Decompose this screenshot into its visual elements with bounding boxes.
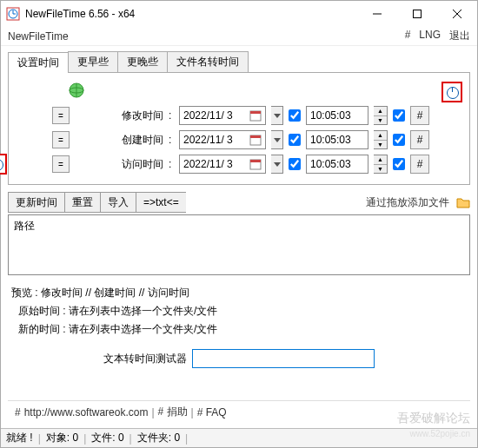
date-dropdown-icon[interactable] [271,155,283,174]
statusbar: 就绪 ! | 对象: 0 | 文件: 0 | 文件夹: 0 | [1,428,477,447]
reset-button[interactable]: 重置 [64,192,100,213]
tester-row: 文本转时间测试器 [8,349,470,368]
drag-hint: 通过拖放添加文件 [362,195,453,210]
date-dropdown-icon[interactable] [271,130,283,149]
tester-label: 文本转时间测试器 [103,352,187,366]
txt-button[interactable]: =>txt<= [136,192,186,213]
svg-rect-12 [250,111,261,114]
created-label: 创建时间 [111,133,163,148]
hash-button[interactable]: # [410,106,429,125]
maximize-button[interactable] [397,1,437,27]
clock-icon[interactable] [0,154,7,175]
app-icon [6,7,20,21]
modified-label: 修改时间 [111,109,163,123]
accessed-time-enable-checkbox[interactable] [393,158,405,170]
website-link[interactable]: http://www.softwareok.com [24,406,149,418]
app-window: NewFileTime 6.56 - x64 NewFileTime # LNG… [0,0,478,448]
row-created: = 创建时间 : 2022/11/ 3 10:05:03 ▲▼ # [16,130,462,149]
status-files: 文件: 0 [91,431,123,445]
titlebar[interactable]: NewFileTime 6.56 - x64 [1,1,477,27]
svg-marker-13 [274,114,281,118]
accessed-date-enable-checkbox[interactable] [289,158,301,170]
created-date-picker[interactable]: 2022/11/ 3 [179,130,266,149]
modified-date-enable-checkbox[interactable] [289,109,301,122]
faq-link[interactable]: # FAQ [197,406,227,418]
status-ready: 就绪 ! [6,431,33,445]
hash-button[interactable]: # [410,155,429,174]
svg-rect-5 [414,10,422,18]
svg-marker-19 [274,162,281,167]
preview-line: 预览 : 修改时间 // 创建时间 // 访问时间 [8,284,470,302]
tester-input[interactable] [192,349,375,368]
client-area: 设置时间 更早些 更晚些 文件名转时间 = 修改时间 : 2022/11/ 3 [1,46,477,428]
time-spinner[interactable]: ▲▼ [374,106,388,125]
globe-icon[interactable] [68,82,85,99]
close-button[interactable] [437,1,477,27]
accessed-time-input[interactable]: 10:05:03 [306,155,368,174]
tab-filename-to-time[interactable]: 文件名转时间 [167,51,249,72]
update-time-button[interactable]: 更新时间 [8,192,64,213]
open-folder-icon[interactable] [453,195,470,209]
window-title: NewFileTime 6.56 - x64 [25,8,357,20]
minimize-button[interactable] [357,1,397,27]
menubar-app-name[interactable]: NewFileTime [8,30,69,43]
tab-set-time[interactable]: 设置时间 [8,52,69,73]
accessed-date-picker[interactable]: 2022/11/ 3 [179,155,266,174]
preview-original: 原始时间 : 请在列表中选择一个文件夹/文件 [8,302,470,320]
preview-new: 新的时间 : 请在列表中选择一个文件夹/文件 [8,320,470,339]
status-folders: 文件夹: 0 [137,431,180,445]
time-spinner[interactable]: ▲▼ [374,155,388,174]
import-button[interactable]: 导入 [100,192,136,213]
tab-later[interactable]: 更晚些 [117,51,168,72]
svg-rect-15 [250,135,261,138]
bottom-links: # http://www.softwareok.com | # 捐助 | # F… [8,400,470,423]
equals-button[interactable]: = [52,107,70,124]
created-time-input[interactable]: 10:05:03 [306,130,368,149]
tabstrip: 设置时间 更早些 更晚些 文件名转时间 [8,51,470,73]
toolbar: 更新时间 重置 导入 =>txt<= 通过拖放添加文件 [8,192,470,213]
equals-button[interactable]: = [52,131,70,148]
svg-rect-18 [250,160,261,162]
modified-time-enable-checkbox[interactable] [393,109,405,122]
accessed-label: 访问时间 [111,157,163,172]
svg-marker-16 [274,138,281,142]
modified-time-input[interactable]: 10:05:03 [306,106,368,125]
menubar: NewFileTime # LNG 退出 [1,27,477,46]
equals-button[interactable]: = [52,155,70,173]
row-modified: = 修改时间 : 2022/11/ 3 10:05:03 ▲▼ # [16,106,462,125]
row-accessed: = 访问时间 : 2022/11/ 3 10:05:03 ▲▼ # [16,155,462,174]
status-objects: 对象: 0 [46,431,78,445]
donate-link[interactable]: # 捐助 [158,405,188,419]
file-list[interactable]: 路径 [8,214,470,275]
window-buttons [357,1,477,27]
date-dropdown-icon[interactable] [271,106,283,125]
time-spinner[interactable]: ▲▼ [374,130,388,149]
tab-earlier[interactable]: 更早些 [68,51,118,72]
list-header-path: 路径 [14,220,35,232]
menubar-exit[interactable]: 退出 [449,29,470,43]
created-date-enable-checkbox[interactable] [289,134,301,146]
modified-date-picker[interactable]: 2022/11/ 3 [179,106,266,125]
tab-panel: = 修改时间 : 2022/11/ 3 10:05:03 ▲▼ # = 创建时间… [8,73,470,185]
menubar-lng[interactable]: LNG [419,29,441,43]
hash-button[interactable]: # [410,130,429,149]
menubar-hash[interactable]: # [405,29,411,43]
created-time-enable-checkbox[interactable] [393,134,405,146]
clock-icon[interactable] [441,82,462,102]
